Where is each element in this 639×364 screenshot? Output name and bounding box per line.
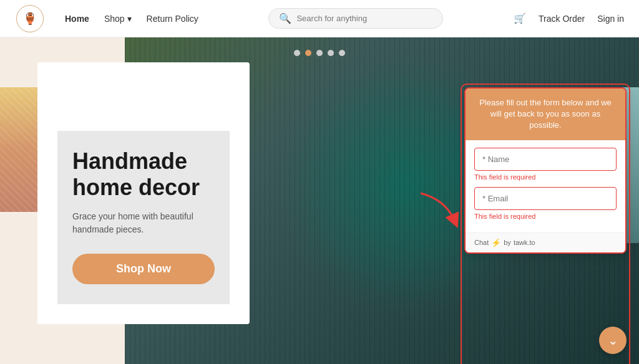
hero-section: Handmade home decor Grace your home with… [0,37,639,364]
logo-icon: 🏺 [23,12,37,26]
chat-footer-label: Chat [474,239,489,246]
header: 🏺 Home Shop ▾ Return Policy 🔍 🛒 Track Or… [0,0,639,37]
tawkto-brand: tawk.to [514,239,535,246]
logo[interactable]: 🏺 [15,4,45,34]
track-order-link[interactable]: Track Order [539,14,585,24]
dot-5[interactable] [339,50,345,56]
slider-dots [294,50,345,56]
dot-4[interactable] [328,50,334,56]
navigation: Home Shop ▾ Return Policy [65,14,198,24]
chevron-down-icon: ⌄ [608,333,618,348]
chevron-down-icon: ▾ [127,14,132,24]
chat-body: This field is required This field is req… [466,140,625,232]
search-icon: 🔍 [279,12,291,24]
chat-widget: Please fill out the form below and we wi… [464,87,627,254]
sign-in-link[interactable]: Sign in [597,14,624,24]
email-error-text: This field is required [474,213,617,220]
header-right: 🛒 Track Order Sign in [514,12,624,24]
search-bar: 🔍 [218,8,494,29]
chat-brand: by [504,239,511,246]
nav-shop[interactable]: Shop ▾ [104,14,132,24]
hero-card: Handmade home decor Grace your home with… [37,62,250,324]
hero-subtitle: Grace your home with beautiful handmade … [72,210,215,236]
chat-name-input[interactable] [474,148,617,171]
dot-2[interactable] [305,50,311,56]
nav-home[interactable]: Home [65,14,89,24]
shop-now-button[interactable]: Shop Now [72,254,215,284]
red-arrow-indicator [414,187,464,231]
dot-1[interactable] [294,50,300,56]
lightning-icon: ⚡ [491,238,501,247]
chat-header: Please fill out the form below and we wi… [466,89,625,140]
name-error-text: This field is required [474,173,617,181]
nav-return-policy[interactable]: Return Policy [147,14,198,24]
chat-toggle-button[interactable]: ⌄ [599,327,627,354]
chat-footer: Chat ⚡ by tawk.to [466,232,625,252]
chat-email-input[interactable] [474,187,617,210]
hero-title: Handmade home decor [72,148,215,200]
dot-3[interactable] [316,50,323,56]
search-input[interactable] [296,14,432,23]
cart-icon[interactable]: 🛒 [514,12,526,24]
chat-header-text: Please fill out the form below and we wi… [479,98,612,130]
